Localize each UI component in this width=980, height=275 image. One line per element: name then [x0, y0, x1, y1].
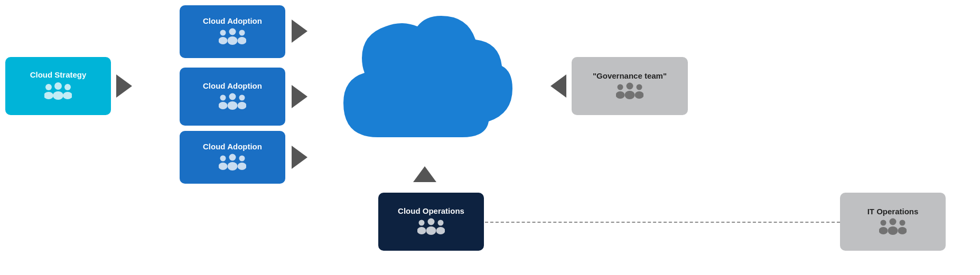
- cloud-adoption-3-icon: [219, 154, 246, 173]
- arrow-governance-to-cloud: [550, 74, 566, 98]
- cloud-strategy-label: Cloud Strategy: [30, 70, 87, 80]
- svg-point-16: [239, 95, 245, 101]
- svg-point-33: [625, 91, 635, 99]
- svg-point-8: [229, 29, 236, 35]
- dashed-line-operations: [485, 222, 840, 223]
- svg-point-35: [635, 91, 644, 99]
- cloud-operations-box: Cloud Operations: [378, 193, 484, 251]
- svg-point-13: [219, 102, 228, 109]
- svg-point-11: [238, 37, 247, 44]
- svg-point-7: [219, 37, 228, 44]
- cloud-strategy-icon: [44, 82, 72, 102]
- svg-point-10: [239, 30, 245, 36]
- svg-point-40: [900, 220, 906, 225]
- svg-point-3: [53, 91, 63, 100]
- cloud-adoption-3-label: Cloud Adoption: [203, 142, 262, 151]
- svg-point-23: [238, 163, 247, 170]
- arrow-strategy-to-adoptions: [116, 74, 132, 98]
- svg-point-25: [417, 227, 426, 234]
- svg-point-34: [637, 84, 642, 90]
- svg-point-41: [898, 227, 907, 234]
- it-operations-icon: [879, 218, 907, 237]
- svg-point-4: [64, 84, 71, 90]
- svg-point-38: [890, 218, 897, 225]
- svg-point-29: [436, 227, 445, 234]
- cloud-adoption-box-2: Cloud Adoption: [180, 68, 285, 126]
- svg-point-26: [428, 219, 435, 225]
- svg-point-1: [44, 92, 53, 99]
- svg-point-9: [228, 36, 238, 45]
- svg-point-30: [618, 84, 623, 90]
- arrow-adoption1-to-cloud: [292, 20, 307, 43]
- it-operations-box: IT Operations: [840, 193, 946, 251]
- governance-team-icon: [616, 82, 643, 101]
- cloud-svg: [333, 11, 512, 169]
- svg-point-37: [879, 227, 888, 234]
- svg-point-15: [228, 101, 238, 110]
- cloud-adoption-box-1: Cloud Adoption: [180, 5, 285, 58]
- svg-point-28: [438, 220, 444, 226]
- svg-point-5: [63, 92, 72, 99]
- svg-point-14: [229, 93, 236, 100]
- arrow-operations-to-cloud: [413, 166, 436, 182]
- svg-point-20: [229, 154, 236, 161]
- svg-point-22: [239, 156, 245, 162]
- arrow-adoption3-to-cloud: [292, 146, 307, 169]
- governance-team-box: "Governance team": [572, 57, 688, 115]
- svg-point-24: [419, 220, 425, 226]
- svg-point-19: [219, 163, 228, 170]
- cloud-adoption-box-3: Cloud Adoption: [180, 131, 285, 184]
- cloud-adoption-1-icon: [219, 28, 246, 47]
- it-operations-label: IT Operations: [867, 207, 919, 216]
- svg-point-12: [220, 95, 226, 101]
- cloud-operations-icon: [417, 218, 445, 237]
- svg-point-0: [45, 84, 52, 90]
- cloud-shape: [333, 11, 512, 169]
- cloud-strategy-box: Cloud Strategy: [5, 57, 111, 115]
- svg-point-2: [54, 82, 62, 90]
- governance-team-label: "Governance team": [593, 71, 667, 80]
- svg-point-36: [881, 220, 886, 225]
- svg-point-31: [616, 91, 625, 99]
- svg-point-32: [627, 82, 633, 89]
- cloud-adoption-2-label: Cloud Adoption: [203, 81, 262, 91]
- svg-point-18: [220, 156, 226, 162]
- svg-point-21: [228, 162, 238, 170]
- diagram-container: Cloud Strategy Cloud Adoption: [0, 0, 980, 275]
- cloud-adoption-1-label: Cloud Adoption: [203, 16, 262, 26]
- arrow-adoption2-to-cloud: [292, 85, 307, 108]
- svg-point-17: [238, 102, 247, 109]
- cloud-adoption-2-icon: [219, 93, 246, 112]
- svg-point-39: [888, 226, 898, 235]
- svg-point-27: [426, 226, 436, 235]
- cloud-operations-label: Cloud Operations: [398, 206, 464, 216]
- svg-point-6: [220, 30, 226, 36]
